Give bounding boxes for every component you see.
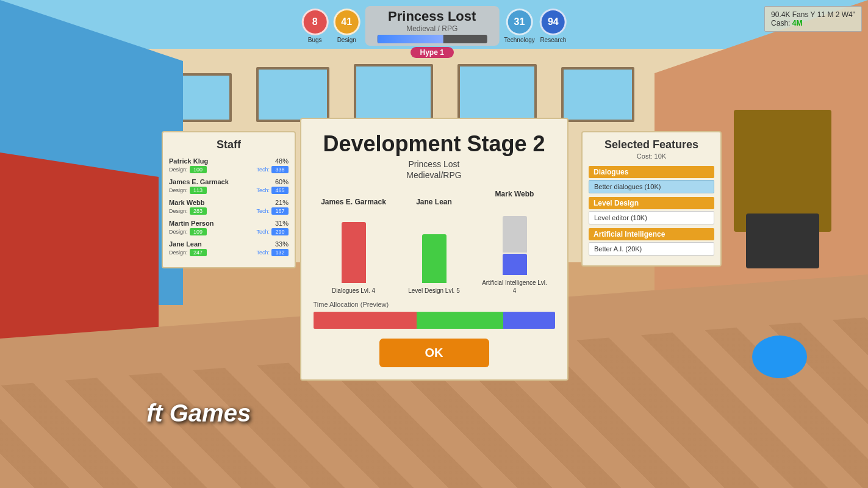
dev-genre: Medieval/RPG <box>314 170 555 180</box>
time-seg-ai <box>503 312 555 329</box>
staff-pct: 31% <box>275 220 289 227</box>
window-3 <box>354 64 433 122</box>
ok-button[interactable]: OK <box>379 339 489 367</box>
feature-item-better-dialogues[interactable]: Better dialogues (10K) <box>589 180 714 193</box>
col-label-james: Dialogues Lvl. 4 <box>332 287 375 295</box>
game-title-text: Princess Lost <box>377 9 487 24</box>
staff-pct: 60% <box>275 178 289 185</box>
feature-item-better-ai[interactable]: Better A.I. (20K) <box>589 242 714 256</box>
progress-bar-container <box>377 35 487 43</box>
staff-panel-title: Staff <box>169 138 289 151</box>
category-level-design: Level Design <box>589 197 714 209</box>
staff-pct: 48% <box>275 157 289 165</box>
window-5 <box>561 67 634 122</box>
features-title: Selected Features <box>589 138 714 151</box>
staff-name: James E. Garmack <box>169 178 229 185</box>
category-ai: Artificial Intelligence <box>589 228 714 240</box>
hype-badge: Hype 1 <box>411 47 454 58</box>
staff-item: James E. Garmack 60% Design: 113 Tech: 4… <box>169 178 289 194</box>
category-dialogues: Dialogues <box>589 166 714 178</box>
stats-box: 90.4K Fans Y 11 M 2 W4" Cash: 4M <box>764 6 862 32</box>
staff-name: Martin Person <box>169 220 213 227</box>
staff-item: Mark Webb 21% Design: 283 Tech: 167 <box>169 199 289 215</box>
game-genre-text: Medieval / RPG <box>377 24 487 33</box>
staff-columns: James E. Garmack Dialogues Lvl. 4 Jane L… <box>314 190 555 295</box>
bar-container-mark <box>503 202 527 275</box>
time-alloc-label: Time Allocation (Preview) <box>314 301 555 308</box>
col-label-jane: Level Design Lvl. 5 <box>408 287 460 295</box>
bar-james <box>342 222 366 283</box>
time-seg-level-design <box>417 312 503 329</box>
progress-bar-fill <box>377 35 443 43</box>
staff-panel: Staff Patrick Klug 48% Design: 100 Tech:… <box>162 131 296 268</box>
design-label: Design <box>337 37 356 43</box>
staff-pct: 33% <box>275 240 289 248</box>
staff-item: Patrick Klug 48% Design: 100 Tech: 338 <box>169 157 289 173</box>
dev-stage-dialog: Development Stage 2 Princess Lost Mediev… <box>300 118 569 381</box>
research-bubble: 94 <box>540 9 567 35</box>
tech-label: Technology <box>504 37 535 43</box>
col-label-mark: Artificial Intelligence Lvl. 4 <box>481 279 548 295</box>
game-title-hud: Princess Lost Medieval / RPG <box>365 6 499 46</box>
bar-mark-gray <box>503 216 527 253</box>
cash-stat: Cash: 4M <box>771 19 855 27</box>
window-4 <box>457 64 537 122</box>
staff-item: Martin Person 31% Design: 109 Tech: 290 <box>169 220 289 235</box>
col-name-jane: Jane Lean <box>416 198 452 206</box>
time-allocation-bar <box>314 312 555 329</box>
features-cost: Cost: 10K <box>589 152 714 160</box>
col-name-james: James E. Garmack <box>321 198 386 206</box>
dev-stage-title: Development Stage 2 <box>314 131 555 157</box>
staff-pct: 21% <box>275 199 289 206</box>
window-2 <box>256 67 329 122</box>
staff-name: Mark Webb <box>169 199 204 206</box>
hud-top: 8 Bugs 41 Design Princess Lost Medieval … <box>301 6 567 46</box>
cash-value: 4M <box>792 19 803 27</box>
tech-bubble: 31 <box>506 9 533 35</box>
feature-item-level-editor[interactable]: Level editor (10K) <box>589 211 714 224</box>
bar-mark-blue <box>503 254 527 275</box>
features-panel: Selected Features Cost: 10K Dialogues Be… <box>581 131 722 267</box>
game-studio-logo: ft Games <box>146 400 251 427</box>
fans-stat: 90.4K Fans Y 11 M 2 W4" <box>771 10 855 19</box>
staff-item: Jane Lean 33% Design: 247 Tech: 132 <box>169 240 289 256</box>
col-name-mark: Mark Webb <box>495 190 534 198</box>
bug-label: Bugs <box>308 37 322 43</box>
staff-col-james: James E. Garmack Dialogues Lvl. 4 <box>320 198 387 295</box>
bar-container-jane <box>422 210 447 283</box>
bug-bubble: 8 <box>301 9 328 35</box>
bar-jane <box>422 234 447 283</box>
time-seg-dialogues <box>314 312 417 329</box>
research-label: Research <box>540 37 566 43</box>
tv <box>746 214 819 268</box>
design-bubble: 41 <box>333 9 360 35</box>
staff-name: Jane Lean <box>169 240 202 248</box>
staff-col-jane: Jane Lean Level Design Lvl. 5 <box>401 198 468 295</box>
staff-col-mark: Mark Webb Artificial Intelligence Lvl. 4 <box>481 190 548 295</box>
dev-game-name: Princess Lost <box>314 159 555 169</box>
staff-name: Patrick Klug <box>169 157 208 165</box>
bean-bag <box>752 336 807 378</box>
bar-container-james <box>342 210 366 283</box>
